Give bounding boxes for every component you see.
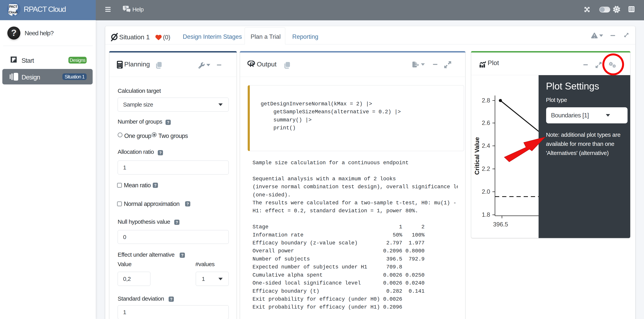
svg-text:1.8: 1.8 [482, 211, 490, 218]
svg-text:2.4: 2.4 [482, 142, 490, 149]
svg-text:PACT: PACT [9, 5, 18, 8]
svg-text:Critical Value: Critical Value [474, 137, 480, 175]
svg-text:2.8: 2.8 [482, 97, 490, 104]
svg-text:R: R [250, 61, 254, 68]
svg-text:2.6: 2.6 [482, 119, 490, 126]
svg-text:2.2: 2.2 [482, 165, 490, 172]
svg-text:396.5: 396.5 [493, 221, 508, 228]
svg-text:2.0: 2.0 [482, 188, 490, 195]
svg-text:Cloud: Cloud [9, 10, 18, 14]
